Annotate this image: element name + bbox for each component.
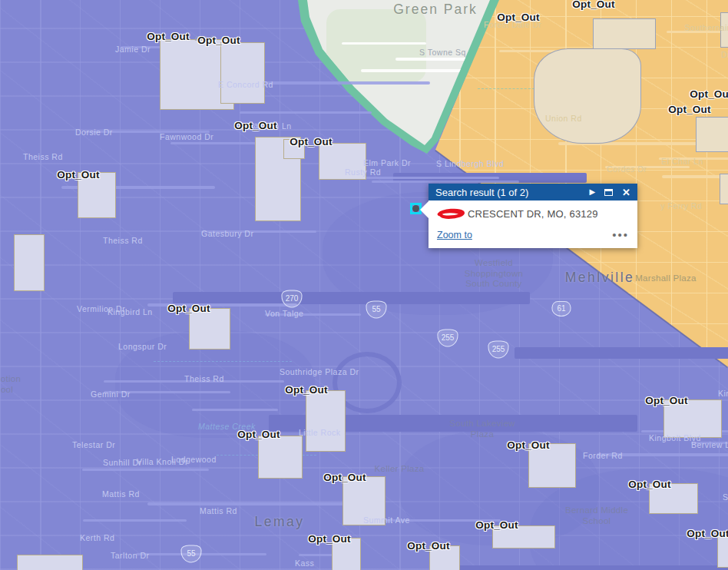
street-label: Kass — [295, 558, 314, 568]
street-label: Elm Park Dr — [363, 158, 411, 167]
plaza-label: otion — [1, 374, 21, 385]
plaza-label: Bernard Middle School — [565, 505, 628, 526]
street-label: S Lindbergh Blvd — [436, 159, 504, 168]
street-label: Fawnwood Dr — [160, 132, 213, 141]
opt-out-label: Opt_Out — [237, 429, 280, 440]
street-label: Telestar Dr — [72, 440, 115, 449]
street-label: Berview Ln — [691, 440, 728, 449]
street-label: Saja — [723, 492, 728, 502]
street-label: Theiss Rd — [103, 236, 143, 245]
road-line — [192, 409, 278, 411]
opt-out-label: Opt_Out — [407, 540, 449, 552]
street-label: Rusty Rd — [345, 167, 381, 177]
opt-out-label: Opt_Out — [507, 439, 549, 451]
opt-out-label: Opt_Out — [668, 104, 710, 115]
road-line — [299, 554, 333, 556]
opt-out-label: Opt_Out — [285, 384, 327, 396]
street-label: Gatesbury Dr — [201, 229, 253, 238]
close-button[interactable]: ✕ — [622, 187, 630, 197]
opt-out-label: Opt_Out — [167, 303, 210, 314]
opt-out-label: Opt_Out — [147, 31, 189, 42]
road-line — [662, 175, 728, 178]
street-label: Summit Ave — [363, 515, 410, 525]
street-label: El Char Ln — [661, 157, 703, 166]
opt-out-parcel[interactable] — [720, 174, 728, 204]
address-point-dot — [412, 205, 419, 212]
plaza-label: Keller Plaza — [375, 464, 425, 475]
street-label: Dillo — [721, 50, 728, 59]
popup-title: Search result (1 of 2) — [435, 187, 580, 198]
opt-out-label: Opt_Out — [57, 169, 99, 181]
zoom-to-link[interactable]: Zoom to — [437, 230, 472, 240]
address-text: CRESCENT DR, MO, 63129 — [468, 208, 598, 220]
map-canvas[interactable]: Search result (1 of 2) ▶ ✕ CRESCENT DR, … — [0, 0, 728, 570]
road-line — [453, 565, 728, 570]
maximize-icon — [604, 189, 613, 196]
road-line — [515, 347, 728, 359]
opt-out-label: Opt_Out — [290, 136, 332, 147]
street-label: Southridge Plaza Dr — [280, 367, 359, 376]
opt-out-label: Opt_Out — [690, 88, 728, 100]
street-label: Von Talge — [265, 309, 303, 318]
plaza-label: South Lakeview Plaza — [449, 419, 515, 439]
opt-out-parcel[interactable] — [593, 18, 656, 49]
popup-body: CRESCENT DR, MO, 63129 Zoom to ••• — [429, 200, 637, 248]
opt-out-parcel[interactable] — [696, 117, 728, 152]
opt-out-parcel[interactable] — [258, 436, 303, 479]
street-label: Mattis Rd — [200, 506, 237, 515]
street-label: Theiss Rd — [23, 152, 63, 161]
maximize-button[interactable] — [604, 187, 613, 197]
street-label: Jamie Dr — [115, 45, 151, 54]
opt-out-parcel[interactable] — [189, 308, 230, 350]
plaza-label: Marshall Plaza — [635, 273, 697, 284]
plaza-label: ool — [1, 385, 13, 396]
search-result-popup: Search result (1 of 2) ▶ ✕ CRESCENT DR, … — [429, 184, 637, 248]
street-label: S Towne Sq — [419, 48, 466, 57]
street-label: Kerth Rd — [80, 533, 114, 542]
road-line — [173, 292, 530, 304]
street-label: Gemini Dr — [91, 389, 131, 399]
opt-out-label: Opt_Out — [323, 472, 366, 483]
place-label: Green Park — [393, 2, 477, 18]
street-label: Longspur Dr — [118, 342, 167, 351]
road-line — [240, 111, 372, 114]
opt-out-label: Opt_Out — [197, 35, 240, 46]
park-road — [342, 42, 426, 45]
opt-out-parcel[interactable] — [534, 48, 641, 144]
popup-pointer — [420, 201, 429, 218]
street-label: Forder Rd — [583, 451, 623, 460]
street-label: Mattis Rd — [102, 489, 140, 499]
street-label: Southernaire Dr — [684, 23, 728, 32]
plaza-label: Westfield Shoppingtown South County — [465, 258, 524, 290]
opt-out-label: Opt_Out — [572, 0, 614, 10]
street-label: Tarlton Dr — [111, 551, 150, 560]
street-label: y Ferry Rd — [660, 201, 702, 210]
opt-out-label: Opt_Out — [645, 395, 687, 406]
road-line — [83, 519, 187, 522]
street-label: Kinsw — [718, 389, 728, 398]
street-label: Union Rd — [545, 114, 582, 123]
road-line — [372, 181, 519, 183]
opt-out-parcel[interactable] — [17, 555, 83, 570]
opt-out-label: Opt_Out — [628, 479, 670, 490]
redacted-house-number-scribble — [437, 207, 466, 220]
opt-out-parcel[interactable] — [14, 234, 45, 291]
place-label: Lemay — [254, 514, 304, 530]
opt-out-label: Opt_Out — [475, 519, 518, 531]
popup-header[interactable]: Search result (1 of 2) ▶ ✕ — [429, 184, 637, 200]
opt-out-parcel[interactable] — [220, 42, 265, 104]
opt-out-parcel[interactable] — [306, 390, 346, 452]
street-label: Dorsie Dr — [75, 128, 113, 137]
next-result-button[interactable]: ▶ — [589, 188, 595, 196]
street-label: Theiss Rd — [184, 374, 224, 383]
street-label: Cordes Dr — [607, 164, 647, 174]
street-label: E Concord Rd — [218, 80, 273, 89]
place-label: Mehlville — [565, 270, 635, 286]
road-line — [147, 502, 362, 505]
street-label: Sunhill Dr — [103, 458, 142, 467]
creek-line — [154, 361, 292, 362]
more-options-button[interactable]: ••• — [612, 231, 629, 239]
opt-out-label: Opt_Out — [308, 533, 350, 545]
opt-out-label: Opt_Out — [234, 120, 276, 131]
opt-out-label: Opt_Out — [497, 12, 539, 23]
